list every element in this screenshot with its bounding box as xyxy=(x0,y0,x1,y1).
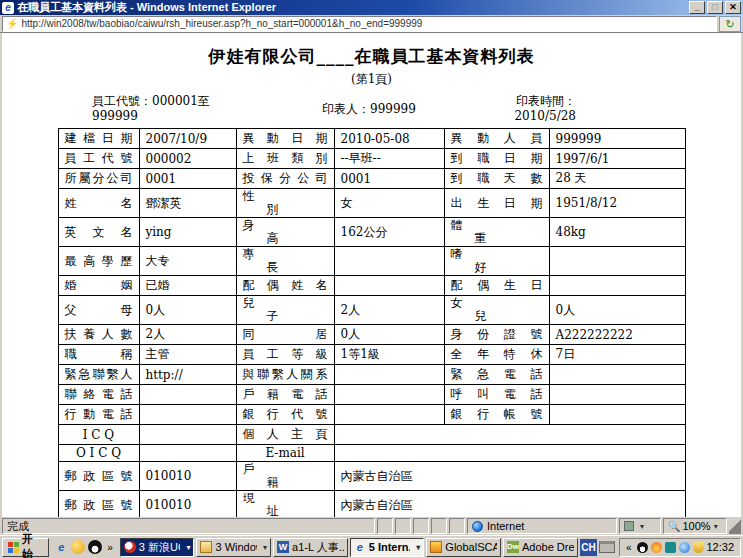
field-label: 員工代號 xyxy=(58,149,139,169)
taskbar-item-globalscape[interactable]: GlobalSCA.. xyxy=(426,538,501,557)
window-title: 在職員工基本資料列表 - Windows Internet Explorer xyxy=(17,0,687,15)
field-label: 現 址 xyxy=(236,491,334,518)
field-label: 銀行代號 xyxy=(236,405,334,425)
field-value xyxy=(139,445,236,462)
field-label: 上班類別 xyxy=(236,149,334,169)
globe-icon xyxy=(472,521,483,532)
field-label: 郵政區號 xyxy=(58,491,139,518)
taskbar-item-dreamweaver[interactable]: Dw Adobe Dre... xyxy=(503,538,578,557)
field-value: 48kg xyxy=(549,218,685,247)
page-number: (第1頁) xyxy=(2,71,741,88)
table-row: 郵政區號010010現 址內蒙古自治區 xyxy=(58,491,685,518)
dreamweaver-icon: Dw xyxy=(507,541,519,553)
field-value: 28 天 xyxy=(549,169,685,189)
table-row: 建檔日期2007/10/9異動日期2010-05-08異動人員999999 xyxy=(58,129,685,149)
status-pane xyxy=(413,518,429,534)
field-label: 英文名 xyxy=(58,218,139,247)
employee-table: 建檔日期2007/10/9異動日期2010-05-08異動人員999999員工代… xyxy=(58,128,686,517)
chevron-down-icon: ▾ xyxy=(263,543,267,552)
zoom-level: 100% xyxy=(682,520,710,532)
task-label: 3 新浪UC xyxy=(139,540,181,555)
close-button[interactable]: ✕ xyxy=(725,1,741,14)
start-button[interactable]: 开始 xyxy=(2,538,49,557)
field-value xyxy=(549,247,685,276)
table-row: 職稱主管員工等級1等1級全年特休7日 xyxy=(58,345,685,365)
field-label: 最高學歷 xyxy=(58,247,139,276)
language-indicator[interactable]: CH xyxy=(580,539,598,556)
field-value: 999999 xyxy=(549,129,685,149)
protected-mode-pane[interactable]: ▾ xyxy=(619,518,661,534)
magnifier-icon: 🔍 xyxy=(668,521,680,532)
refresh-go-button[interactable]: ↻ xyxy=(719,16,741,32)
field-value: ying xyxy=(139,218,236,247)
field-label: 性 別 xyxy=(236,189,334,218)
taskbar-item-sina-uc[interactable]: 3 新浪UC ▾ xyxy=(120,538,195,557)
field-value: http:// xyxy=(139,365,236,385)
field-label: 聯絡電話 xyxy=(58,385,139,405)
qq-quicklaunch-icon[interactable] xyxy=(88,540,102,554)
protected-mode-icon xyxy=(624,521,634,531)
field-value: 主管 xyxy=(139,345,236,365)
phone-tray-icon[interactable] xyxy=(665,542,676,553)
field-value: A222222222 xyxy=(549,325,685,345)
ie-quicklaunch-icon[interactable]: e xyxy=(54,540,68,554)
field-value: 7日 xyxy=(549,345,685,365)
field-value: 內蒙古自治區 xyxy=(334,462,685,491)
report-meta: 員工代號：000001至 999999 印表人：999999 印表時間： 201… xyxy=(2,94,741,124)
zone-label: Internet xyxy=(487,520,524,532)
print-time: 印表時間： 2010/5/28 xyxy=(514,94,576,124)
ie-icon: e xyxy=(2,2,14,14)
task-label: a1-L 人事... xyxy=(292,540,344,555)
page-title: 伊娃有限公司____在職員工基本資料列表 xyxy=(2,45,741,68)
field-value: 0人 xyxy=(549,296,685,325)
field-label: 父母 xyxy=(58,296,139,325)
chevron-right-icon[interactable]: » xyxy=(105,542,115,553)
zoom-control[interactable]: 🔍 100% ▾ xyxy=(663,518,727,534)
printed-by: 印表人：999999 xyxy=(322,94,502,124)
taskbar-item-word-doc[interactable]: W a1-L 人事... xyxy=(273,538,348,557)
employee-table-body: 建檔日期2007/10/9異動日期2010-05-08異動人員999999員工代… xyxy=(58,129,685,518)
table-row: 父母0人兒 子2人女 兒0人 xyxy=(58,296,685,325)
resize-grip[interactable] xyxy=(729,518,741,534)
employee-range: 員工代號：000001至 999999 xyxy=(92,94,262,124)
field-value: 0001 xyxy=(139,169,236,189)
folder-icon xyxy=(200,541,212,553)
field-label: E-mail xyxy=(236,445,334,462)
field-value: 內蒙古自治區 xyxy=(334,491,685,518)
page-content: 伊娃有限公司____在職員工基本資料列表 (第1頁) 員工代號：000001至 … xyxy=(0,33,743,517)
taskbar-item-windows-group[interactable]: 3 Window... ▾ xyxy=(196,538,271,557)
field-label: 到職天數 xyxy=(444,169,549,189)
field-value xyxy=(549,276,685,296)
field-value: 2人 xyxy=(334,296,444,325)
url-input[interactable]: ⚡ http://win2008/tw/baobiao/caiwu/rsh_hi… xyxy=(2,16,717,32)
maximize-button[interactable]: □ xyxy=(707,1,723,14)
field-label: 出生日期 xyxy=(444,189,549,218)
field-value xyxy=(334,405,444,425)
field-value: 1997/6/1 xyxy=(549,149,685,169)
field-label: 建檔日期 xyxy=(58,129,139,149)
system-tray: « 12:32 xyxy=(619,538,741,557)
table-row: 婚姻已婚配偶姓名配偶生日 xyxy=(58,276,685,296)
shield-icon[interactable] xyxy=(693,542,704,553)
messenger-tray-icon[interactable] xyxy=(679,542,690,553)
minimize-button[interactable]: _ xyxy=(689,1,705,14)
qq-tray-icon[interactable] xyxy=(637,542,648,553)
chevron-left-icon[interactable]: « xyxy=(624,542,634,553)
taskbar-item-ie-group[interactable]: e 5 Intern... ▾ xyxy=(350,538,425,557)
table-row: 郵政區號010010戶 籍內蒙古自治區 xyxy=(58,462,685,491)
field-value: 1951/8/12 xyxy=(549,189,685,218)
field-value: 鄧潔英 xyxy=(139,189,236,218)
uc-quicklaunch-icon[interactable] xyxy=(71,540,85,554)
word-icon: W xyxy=(277,541,289,553)
field-label: O I C Q xyxy=(58,445,139,462)
field-value: 162公分 xyxy=(334,218,444,247)
field-label: 戶 籍 xyxy=(236,462,334,491)
field-value: 010010 xyxy=(139,462,236,491)
field-value xyxy=(334,365,444,385)
sina-uc-icon xyxy=(124,541,136,553)
address-bar: ⚡ http://win2008/tw/baobiao/caiwu/rsh_hi… xyxy=(0,15,743,33)
uc-tray-icon[interactable] xyxy=(651,542,662,553)
field-label: 緊急電話 xyxy=(444,365,549,385)
printer-icon[interactable] xyxy=(599,541,615,553)
field-label: 配偶姓名 xyxy=(236,276,334,296)
